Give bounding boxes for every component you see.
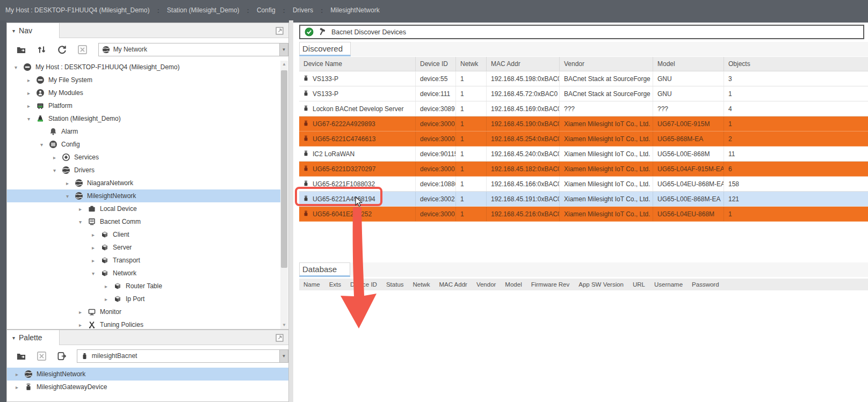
tree-item-my-file-system[interactable]: ▸My File System [7,74,282,86]
expander-open-icon[interactable]: ▾ [27,116,36,122]
tree-item-platform[interactable]: ▸Platform [7,99,282,112]
nav-scope-combobox[interactable]: My Network ▼ [98,43,288,56]
table-row-ug67-6222a4929893[interactable]: UG67-6222A4929893device:30001192.168.45.… [299,116,868,131]
expander-closed-icon[interactable]: ▸ [16,384,24,390]
column-header-device-name[interactable]: Device Name [299,57,416,71]
tree-item-network[interactable]: ▾Network [7,267,282,280]
expander-open-icon[interactable]: ▾ [53,167,62,173]
expander-closed-icon[interactable]: ▸ [79,206,88,212]
tree-item-ip-port[interactable]: ▸Ip Port [7,293,282,305]
db-column-header-status[interactable]: Status [386,281,404,288]
clear-button[interactable] [77,43,89,55]
tree-item-client[interactable]: ▸Client [7,228,282,241]
nav-scrollbar[interactable]: ▲ ▼ [280,61,288,329]
db-column-header-url[interactable]: URL [633,281,645,288]
table-row-ic2-lorawan[interactable]: IC2 LoRaWANdevice:9011501192.168.45.240:… [299,147,868,162]
tree-item-my-host-desktop-f1huuq4-milesight-demo[interactable]: ▾My Host : DESKTOP-F1HUUQ4 (Milesight_De… [7,61,282,74]
open-folder-button[interactable] [16,43,27,55]
db-column-header-app-sw-version[interactable]: App SW Version [578,281,624,288]
tree-item-station-milesight-demo[interactable]: ▾Station (Milesight_Demo) [7,112,282,125]
tree-item-milesightnetwork[interactable]: ▾MilesightNetwork [7,189,282,202]
column-header-mac-addr[interactable]: MAC Addr [487,57,560,71]
palette-item-milesightnetwork[interactable]: ▸MilesightNetwork [7,368,288,381]
table-row-vs133-p[interactable]: VS133-Pdevice:1111192.168.45.72:0xBAC0BA… [299,86,868,101]
scroll-down-icon[interactable]: ▼ [280,321,288,329]
tab-discovered[interactable]: Discovered [299,42,351,56]
db-column-header-firmware-rev[interactable]: Firmware Rev [531,281,570,288]
column-header-vendor[interactable]: Vendor [560,57,653,71]
expander-closed-icon[interactable]: ▸ [27,90,36,96]
sort-button[interactable] [36,43,48,55]
db-column-header-username[interactable]: Username [654,281,683,288]
pane-splitter[interactable] [289,20,293,402]
expander-closed-icon[interactable]: ▸ [105,296,113,302]
db-column-header-vendor[interactable]: Vendor [476,281,496,288]
expander-closed-icon[interactable]: ▸ [92,245,100,251]
combo-dropdown-button[interactable]: ▼ [279,350,288,362]
expander-closed-icon[interactable]: ▸ [79,322,88,328]
column-header-model[interactable]: Model [653,57,724,71]
table-row-ug65-6221c4746613[interactable]: UG65-6221C4746613device:30001192.168.45.… [299,131,868,147]
expander-closed-icon[interactable]: ▸ [66,180,75,186]
scrollbar-thumb[interactable] [281,70,287,268]
popout-icon[interactable] [275,26,284,35]
expander-closed-icon[interactable]: ▸ [79,309,88,315]
breadcrumb-item-drivers[interactable]: Drivers [293,6,313,14]
tree-item-config[interactable]: ▾Config [7,138,282,151]
expander-closed-icon[interactable]: ▸ [92,232,100,238]
expander-open-icon[interactable]: ▾ [66,193,75,199]
breadcrumb-item-config[interactable]: Config [257,6,276,14]
view-title-bar[interactable]: Bacnet Discover Devices [299,25,864,39]
expander-closed-icon[interactable]: ▸ [92,258,100,264]
table-row-ug65-6221a4968194[interactable]: UG65-6221A4968194device:30021192.168.45.… [299,192,868,207]
tree-item-transport[interactable]: ▸Transport [7,254,282,267]
popout-icon[interactable] [275,333,284,342]
scroll-up-icon[interactable]: ▲ [280,61,288,68]
expander-closed-icon[interactable]: ▸ [27,77,36,83]
open-palette-folder-button[interactable] [16,350,27,362]
expander-closed-icon[interactable]: ▸ [27,103,36,109]
db-column-header-model[interactable]: Model [505,281,522,288]
db-column-header-name[interactable]: Name [303,281,320,288]
palette-item-milesightgatewaydevice[interactable]: ▸MilesightGatewayDevice [7,381,288,393]
tree-item-local-device[interactable]: ▸Local Device [7,202,282,215]
db-column-header-mac-addr[interactable]: MAC Addr [439,281,467,288]
breadcrumb-item-station-milesight-demo[interactable]: Station (Milesight_Demo) [167,6,240,14]
breadcrumb-item-my-host-desktop-f1huuq4-milesight-demo[interactable]: My Host : DESKTOP-F1HUUQ4 (Milesight_Dem… [5,6,150,14]
palette-combobox[interactable]: milesightBacnet ▼ [77,349,288,363]
db-column-header-device-id[interactable]: Device ID [350,281,377,288]
expander-open-icon[interactable]: ▾ [15,64,23,70]
breadcrumb-item-milesightnetwork[interactable]: MilesightNetwork [330,6,379,14]
db-column-header-netwk[interactable]: Netwk [413,281,430,288]
table-row-ug65-6221f1088032[interactable]: UG65-6221F1088032device:1088031192.168.4… [299,177,868,192]
tree-item-niagaranetwork[interactable]: ▸NiagaraNetwork [7,177,282,189]
combo-dropdown-button[interactable]: ▼ [279,43,288,56]
expander-open-icon[interactable]: ▾ [79,219,88,225]
expander-open-icon[interactable]: ▾ [92,271,100,276]
collapse-caret-icon[interactable]: ▾ [12,335,15,341]
tree-item-services[interactable]: ▸Services [7,151,282,164]
column-header-netwk[interactable]: Netwk [456,57,487,71]
collapse-caret-icon[interactable]: ▾ [12,28,15,34]
tree-item-drivers[interactable]: ▾Drivers [7,164,282,177]
tree-item-alarm[interactable]: Alarm [7,125,282,138]
expander-open-icon[interactable]: ▾ [40,142,49,148]
column-header-device-id[interactable]: Device ID [416,57,456,71]
table-row-ug56-6041e298252[interactable]: UG56-6041E298252device:30001192.168.45.2… [299,207,868,222]
refresh-button[interactable] [56,43,68,55]
tree-item-server[interactable]: ▸Server [7,241,282,254]
table-row-lockon-bacnet-develop-server[interactable]: Lockon BACnet Develop Serverdevice:30891… [299,101,868,116]
db-column-header-exts[interactable]: Exts [329,281,341,288]
close-palette-button[interactable] [36,350,48,362]
tree-item-router-table[interactable]: ▸Router Table [7,280,282,293]
palette-tab[interactable]: ▾ Palette [7,330,60,345]
tab-database[interactable]: Database [299,262,350,277]
expander-closed-icon[interactable]: ▸ [105,283,113,289]
expander-closed-icon[interactable]: ▸ [53,155,62,160]
tree-item-tuning-policies[interactable]: ▸Tuning Policies [7,318,282,329]
table-row-ug65-6221d3270297[interactable]: UG65-6221D3270297device:30001192.168.45.… [299,162,868,177]
column-header-objects[interactable]: Objects [724,57,868,71]
expander-closed-icon[interactable]: ▸ [16,371,24,377]
db-column-header-password[interactable]: Password [692,281,719,288]
nav-tab[interactable]: ▾ Nav [7,23,60,38]
